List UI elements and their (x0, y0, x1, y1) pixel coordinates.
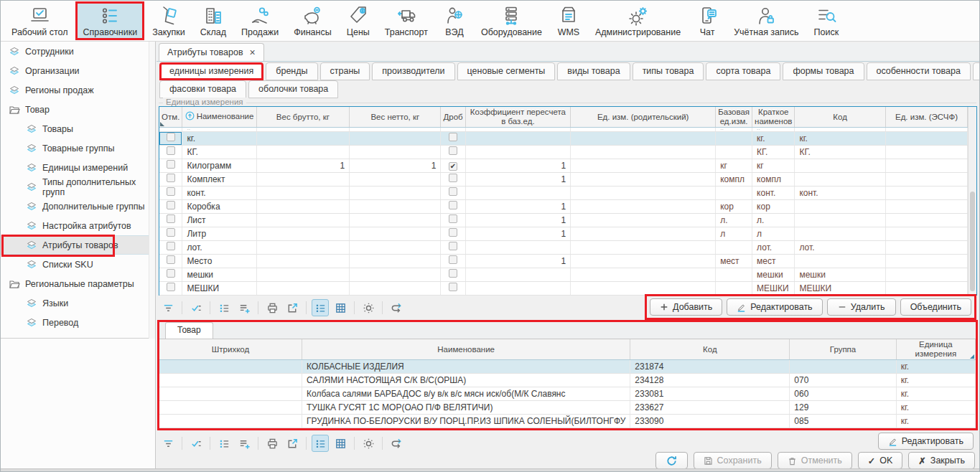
sidebar-item-8[interactable]: Дополнительные группы (1, 197, 155, 216)
table-row[interactable]: Лист1л.л. (159, 213, 968, 227)
table-row[interactable]: Колбаса салями БАРБАДОС в/у в/к в/с мясн… (159, 387, 976, 400)
subtab-r2-1[interactable]: оболочки товара (248, 80, 338, 98)
ok-button[interactable]: ✓ OK (858, 452, 903, 469)
row-checkbox[interactable] (167, 146, 175, 155)
grid-view-button[interactable] (332, 435, 349, 452)
sidebar-scrollbar[interactable] (149, 42, 155, 339)
row-checkbox[interactable] (167, 242, 175, 250)
row-checkbox[interactable] (167, 269, 175, 278)
settings-button[interactable] (360, 299, 377, 316)
toolbar-item-wms[interactable]: WMS (550, 1, 587, 40)
row-checkbox[interactable] (167, 187, 175, 196)
sidebar-item-14[interactable]: Перевод (1, 313, 155, 332)
toolbar-item-sales[interactable]: Продажи (234, 1, 286, 40)
refresh-loop-button[interactable] (388, 299, 405, 316)
column-header[interactable]: Наименование (302, 339, 630, 359)
add-button[interactable]: Добавить (650, 298, 722, 316)
column-header[interactable]: Группа (790, 339, 896, 359)
row-checkbox[interactable] (167, 133, 175, 141)
table-row[interactable]: кг.кг.кг. (159, 131, 968, 145)
sidebar-item-9[interactable]: Настройка атрибутов (1, 216, 155, 235)
row-checkbox[interactable] (167, 283, 175, 291)
numbered-list-button[interactable] (215, 299, 233, 316)
column-header[interactable]: Единица измерения (896, 339, 975, 359)
sidebar-item-15[interactable]: Словари (1, 332, 155, 339)
frac-checkbox[interactable] (449, 214, 457, 223)
table-row[interactable]: Место1местмест (159, 254, 968, 268)
table-row[interactable]: ТУШКА ГУСЯТ 1С МОР(ОАО П/Ф ВЕЛЯТИЧИ)2336… (159, 400, 976, 414)
column-header[interactable]: Штрихкод (159, 339, 302, 359)
table-row[interactable]: конт.конт.конт. (159, 186, 968, 199)
checklist-button[interactable] (187, 299, 205, 316)
numbered-list-button[interactable] (215, 435, 233, 452)
frac-checkbox[interactable] (449, 133, 457, 141)
scrollbar-thumb[interactable] (970, 192, 975, 291)
toolbar-item-warehouse[interactable]: Склад (193, 1, 233, 40)
frac-checkbox[interactable] (449, 269, 457, 278)
list-add-button[interactable] (235, 299, 253, 316)
toolbar-item-foreign-trade[interactable]: ВЭД (436, 1, 473, 40)
sidebar-item-0[interactable]: Сотрудники (1, 42, 155, 61)
subtab-r1-2[interactable]: страны (320, 62, 370, 80)
row-checkbox[interactable] (167, 214, 175, 223)
subtab-r1-10[interactable]: упаковки товара (973, 62, 980, 80)
tab-attributy-tovarov[interactable]: Атрибуты товаров × (159, 43, 264, 61)
column-header[interactable]: Вес нетто, кг (350, 107, 441, 127)
save-button[interactable]: Сохранить (694, 452, 772, 469)
cancel-button[interactable]: Отменить (778, 452, 852, 469)
refresh-loop-button[interactable] (388, 435, 405, 452)
row-checkbox[interactable] (167, 255, 175, 264)
toolbar-item-chat[interactable]: Чат (689, 1, 726, 40)
column-header[interactable]: Код (795, 107, 885, 127)
column-header[interactable]: Вес брутто, кг (256, 107, 350, 127)
subtab-r1-8[interactable]: формы товара (783, 62, 864, 80)
refresh-button[interactable] (655, 452, 688, 469)
frac-checkbox[interactable] (449, 228, 457, 237)
subtab-r1-6[interactable]: типы товара (633, 62, 704, 80)
table-row[interactable]: Килограмм11✔1кгкг (159, 159, 968, 172)
list-view-button[interactable] (312, 435, 329, 452)
toolbar-item-search[interactable]: Поиск (807, 1, 846, 40)
toolbar-item-transport[interactable]: Транспорт (378, 1, 435, 40)
edit-product-button[interactable]: Редактировать (878, 433, 974, 450)
list-view-button[interactable] (312, 299, 329, 316)
filter-button[interactable] (159, 435, 177, 452)
list-add-button[interactable] (235, 435, 253, 452)
sidebar-item-7[interactable]: Типы дополнительных групп (1, 177, 155, 197)
column-header[interactable]: Краткое наименов (752, 107, 795, 127)
table-row[interactable]: Комплект1комплкомпл (159, 172, 968, 186)
column-header[interactable]: Дроб (441, 107, 465, 127)
row-checkbox[interactable] (167, 228, 175, 237)
column-header[interactable]: Ед. изм. (родительский) (571, 107, 716, 127)
toolbar-item-purchases[interactable]: Закупки (145, 1, 192, 40)
frac-checkbox[interactable] (449, 187, 457, 196)
column-header[interactable]: Отм. (159, 107, 182, 127)
frac-checkbox[interactable] (449, 201, 457, 209)
subtab-r1-9[interactable]: особенности товара (867, 62, 971, 80)
toolbar-item-administration[interactable]: Администрирование (588, 1, 688, 40)
table-row[interactable]: Литр1лл (159, 227, 968, 240)
table-row[interactable]: КГ.КГ.КГ. (159, 145, 968, 159)
subtab-r1-1[interactable]: бренды (266, 62, 317, 80)
toolbar-item-finance[interactable]: Финансы (286, 1, 338, 40)
sidebar-item-10[interactable]: Атрибуты товаров (1, 235, 155, 255)
grid-view-button[interactable] (332, 299, 349, 316)
sidebar-item-6[interactable]: Единицы измерений (1, 158, 155, 177)
merge-button[interactable]: Объединить (900, 298, 971, 316)
frac-checkbox[interactable] (449, 146, 457, 155)
table-row[interactable]: КОЛБАСНЫЕ ИЗДЕЛИЯ231874кг. (159, 359, 976, 373)
sidebar-item-4[interactable]: Товары (1, 119, 155, 138)
toolbar-item-account[interactable]: Учётная запись (727, 1, 806, 40)
vertical-scrollbar[interactable] (968, 107, 976, 295)
subtab-r1-7[interactable]: сорта товара (706, 62, 780, 80)
table-row[interactable]: Коробка1коркор (159, 199, 968, 213)
column-header[interactable]: Базовая ед.изм. (716, 107, 752, 127)
toolbar-item-desktop[interactable]: Рабочий стол (4, 1, 75, 40)
frac-checkbox[interactable] (449, 242, 457, 250)
table-row[interactable]: МЕШКИМЕШКИМЕШКИ (159, 281, 968, 295)
print-button[interactable] (263, 435, 281, 452)
row-checkbox[interactable] (167, 160, 175, 169)
subtab-r1-5[interactable]: виды товара (557, 62, 630, 80)
table-row[interactable]: мешкимешкимешки (159, 268, 968, 281)
column-header[interactable]: Наименование (182, 107, 256, 127)
